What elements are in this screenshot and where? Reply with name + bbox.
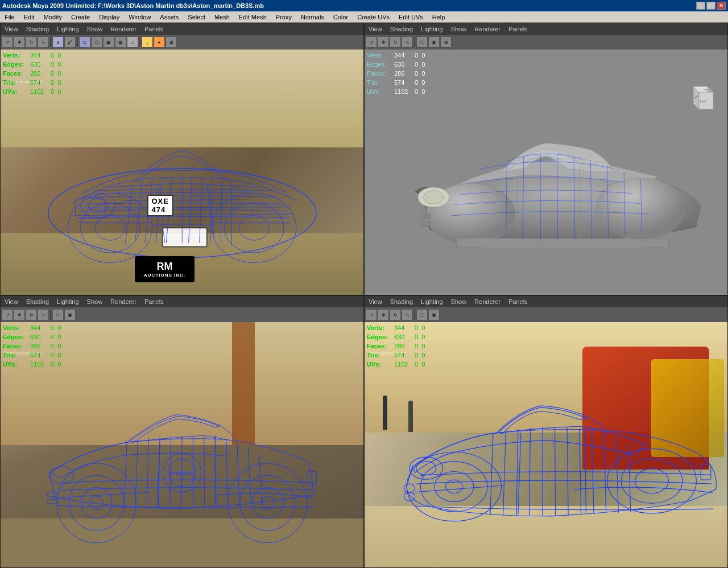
tb-smooth-bl[interactable]: ▣: [64, 309, 76, 320]
tb-smooth[interactable]: ▣: [103, 36, 114, 48]
tb-move[interactable]: ✥: [14, 36, 25, 48]
vp-tl-menu-renderer[interactable]: Renderer: [109, 25, 138, 33]
vp-tr-menu-panels[interactable]: Panels: [507, 25, 530, 33]
svg-line-66: [592, 431, 594, 514]
tb-wire-br[interactable]: ⬡: [416, 309, 428, 320]
menu-modify[interactable]: Modify: [42, 13, 64, 22]
menu-select[interactable]: Select: [185, 13, 208, 22]
tb-cam[interactable]: C: [79, 36, 90, 48]
vp-bl-menu-renderer[interactable]: Renderer: [109, 298, 138, 306]
menu-proxy[interactable]: Proxy: [274, 13, 294, 22]
menu-color[interactable]: Color: [331, 13, 350, 22]
vp-tr-menu-shading[interactable]: Shading: [388, 25, 415, 33]
vp-br-menu-panels[interactable]: Panels: [507, 298, 530, 306]
vp-tl-menu-view[interactable]: View: [3, 25, 20, 33]
vp-br-menu-renderer[interactable]: Renderer: [473, 298, 502, 306]
svg-line-76: [585, 428, 586, 513]
stat-val-verts-bl: 344: [30, 323, 47, 332]
tb-shaded[interactable]: □: [127, 36, 138, 48]
stat-label-verts-br: Verts:: [367, 323, 391, 332]
vp-bl-menu-panels[interactable]: Panels: [143, 298, 166, 306]
vp-bl-menu-shading[interactable]: Shading: [24, 298, 51, 306]
tb-scale-tr[interactable]: ⤡: [402, 36, 413, 48]
viewport-top-right[interactable]: View Shading Lighting Show Renderer Pane…: [364, 23, 728, 295]
menu-create[interactable]: Create: [69, 13, 92, 22]
tb-select-br[interactable]: ↗: [366, 309, 377, 320]
svg-rect-15: [421, 214, 431, 219]
viewport-bottom-left[interactable]: View Shading Lighting Show Renderer Pane…: [0, 295, 364, 568]
stat-val-uvs-tr: 1102: [394, 87, 411, 96]
tb-move-br[interactable]: ✥: [378, 309, 389, 320]
close-button[interactable]: ✕: [717, 2, 726, 10]
menu-display[interactable]: Display: [97, 13, 122, 22]
stat-row-uvs-tr: UVs: 1102 0 0: [367, 87, 425, 96]
tb-rotate-bl[interactable]: ↻: [26, 309, 37, 320]
menu-window[interactable]: Window: [126, 13, 153, 22]
tb-select-bl[interactable]: ↗: [2, 309, 13, 320]
menu-edit[interactable]: Edit: [22, 13, 37, 22]
viewport-bottom-right[interactable]: View Shading Lighting Show Renderer Pane…: [364, 295, 728, 568]
maximize-button[interactable]: □: [706, 2, 715, 10]
menu-createuvs[interactable]: Create UVs: [355, 13, 392, 22]
tb-light1[interactable]: 💡: [142, 36, 153, 48]
stat-row-verts-br: Verts: 344 0 0: [367, 323, 425, 332]
tb-texture[interactable]: ▦: [115, 36, 126, 48]
viewport-top-left[interactable]: View Shading Lighting Show Renderer Pane…: [0, 23, 364, 295]
stat-label-tris-tr: Tris:: [367, 78, 391, 87]
tb-wire[interactable]: ⬡: [91, 36, 102, 48]
tb-rotate-tr[interactable]: ↻: [390, 36, 401, 48]
tb-move-bl[interactable]: ✥: [14, 309, 25, 320]
tb-scale-br[interactable]: ⤡: [402, 309, 413, 320]
vp-tr-menu-renderer[interactable]: Renderer: [473, 25, 502, 33]
tb-grid-tr[interactable]: ⊞: [440, 36, 452, 48]
vp-tl-menu-panels[interactable]: Panels: [143, 25, 166, 33]
menu-normals[interactable]: Normals: [299, 13, 326, 22]
tb-select[interactable]: ↗: [2, 36, 13, 48]
vp-tr-menu-view[interactable]: View: [367, 25, 384, 33]
tb-grid[interactable]: ⊞: [166, 36, 177, 48]
tb-rotate[interactable]: ↻: [26, 36, 37, 48]
vp-br-menu-view[interactable]: View: [367, 298, 384, 306]
menu-mesh[interactable]: Mesh: [212, 13, 232, 22]
stat-zero10-tl: 0: [57, 87, 61, 96]
stat-label-edges-tr: Edges:: [367, 60, 391, 69]
svg-line-64: [567, 427, 568, 515]
menu-assets[interactable]: Assets: [158, 13, 181, 22]
tb-smooth-tr[interactable]: ▣: [428, 36, 440, 48]
vp-bl-menu-view[interactable]: View: [3, 298, 20, 306]
stat-row-uvs-br: UVs: 1102 0 0: [367, 360, 425, 369]
vp-tl-menu-show[interactable]: Show: [85, 25, 105, 33]
stat-label-uvs-br: UVs:: [367, 360, 391, 369]
vp-bl-menu-show[interactable]: Show: [85, 298, 105, 306]
menu-edituvs[interactable]: Edit UVs: [396, 13, 425, 22]
vp-tr-menu-show[interactable]: Show: [449, 25, 469, 33]
menu-editmesh[interactable]: Edit Mesh: [237, 13, 269, 22]
vp-tl-menu-shading[interactable]: Shading: [24, 25, 51, 33]
svg-point-73: [404, 484, 415, 493]
tb-move-tr[interactable]: ✥: [378, 36, 389, 48]
tb-rotate-br[interactable]: ↻: [390, 309, 401, 320]
vp-br-menu-lighting[interactable]: Lighting: [419, 298, 445, 306]
vp-bl-menu-lighting[interactable]: Lighting: [55, 298, 81, 306]
tb-wire-tr[interactable]: ⬡: [416, 36, 428, 48]
svg-line-58: [490, 434, 493, 515]
tb-wire-bl[interactable]: ⬡: [52, 309, 64, 320]
tb-smooth-br[interactable]: ▣: [428, 309, 440, 320]
tb-light2[interactable]: ●: [154, 36, 165, 48]
menu-file[interactable]: File: [2, 13, 17, 22]
vp-br-menu-show[interactable]: Show: [449, 298, 469, 306]
minimize-button[interactable]: _: [696, 2, 705, 10]
tb-scale[interactable]: ⤡: [38, 36, 49, 48]
title-bar-controls[interactable]: _ □ ✕: [696, 2, 726, 10]
vp-tl-menu-lighting[interactable]: Lighting: [55, 25, 81, 33]
vp-tr-menu-lighting[interactable]: Lighting: [419, 25, 445, 33]
stat-row-faces-tr: Faces: 286 0 0: [367, 69, 425, 78]
tb-paint[interactable]: 🖌: [64, 36, 76, 48]
tb-soft[interactable]: S: [52, 36, 64, 48]
vp-br-menu-shading[interactable]: Shading: [388, 298, 415, 306]
camera-cube[interactable]: front side top: [685, 81, 716, 113]
tb-scale-bl[interactable]: ⤡: [38, 309, 49, 320]
tb-select-tr[interactable]: ↗: [366, 36, 377, 48]
stat-zero-tr9: 0: [415, 87, 418, 96]
menu-help[interactable]: Help: [430, 13, 448, 22]
